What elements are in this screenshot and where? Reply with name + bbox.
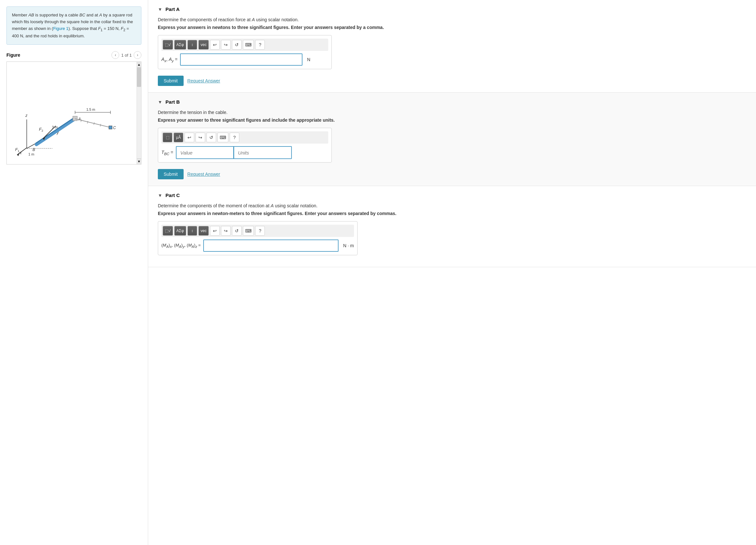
figure-counter: 1 of 1 [121, 53, 132, 58]
part-b-action-row: Submit Request Answer [158, 169, 746, 179]
figure-link[interactable]: Figure 1 [53, 26, 69, 31]
part-a-input-row: Ax, Ay = N [161, 53, 328, 66]
part-a-help-btn[interactable]: ? [255, 40, 265, 50]
part-c-input-row: (MA)x, (MA)y, (MA)z = N · m [161, 240, 354, 252]
part-b-value-units-row [176, 146, 292, 159]
left-panel: Member AB is supported by a cable BC and… [0, 0, 148, 545]
part-b-description: Determine the tension in the cable. [158, 110, 746, 115]
part-c-toolbar: ⬚√ AΣφ ↕ vec ↩ ↪ ↺ ⌨ ? [161, 225, 354, 237]
part-a-redo-btn[interactable]: ↪ [221, 40, 231, 50]
svg-text:1: 1 [18, 149, 19, 153]
part-a-arrowupdown-btn[interactable]: ↕ [187, 40, 197, 50]
part-c-unit: N · m [343, 243, 354, 248]
part-b-section: ▼ Part B Determine the tension in the ca… [148, 93, 756, 186]
svg-text:2: 2 [42, 129, 43, 132]
part-b-reset-btn[interactable]: ↺ [206, 133, 216, 142]
part-a-request-answer-btn[interactable]: Request Answer [187, 78, 220, 83]
part-c-redo-btn[interactable]: ↪ [221, 226, 231, 236]
part-c-reset-btn[interactable]: ↺ [232, 226, 242, 236]
svg-line-12 [75, 119, 110, 128]
part-a-undo-btn[interactable]: ↩ [210, 40, 220, 50]
part-b-title: Part B [166, 99, 180, 105]
figure-next-btn[interactable]: › [134, 51, 141, 59]
part-a-input-field[interactable] [180, 53, 302, 66]
part-b-redo-btn[interactable]: ↪ [196, 133, 205, 142]
figure-section: Figure ‹ 1 of 1 › z y x [6, 51, 141, 165]
part-a-title: Part A [166, 6, 180, 12]
right-panel: ▼ Part A Determine the components of rea… [148, 0, 756, 545]
figure-prev-btn[interactable]: ‹ [111, 51, 119, 59]
part-c-input-field[interactable] [203, 240, 339, 252]
svg-text:1 m: 1 m [28, 152, 34, 156]
part-c-section: ▼ Part C Determine the components of the… [148, 186, 756, 267]
svg-rect-10 [73, 116, 77, 121]
svg-text:z: z [25, 113, 28, 118]
figure-scrollbar[interactable]: ▲ ▼ [137, 62, 141, 164]
problem-description: Member AB is supported by a cable BC and… [6, 6, 141, 45]
part-c-help-btn[interactable]: ? [255, 226, 265, 236]
part-a-vec-btn[interactable]: vec [198, 40, 209, 50]
figure-nav: ‹ 1 of 1 › [111, 51, 141, 59]
part-b-instruction: Express your answer to three significant… [158, 118, 746, 123]
part-b-input-container: ⬚ μÅ ↩ ↪ ↺ ⌨ ? TBC = [158, 128, 332, 163]
part-c-greek-btn[interactable]: AΣφ [174, 226, 186, 236]
part-b-keyboard-btn[interactable]: ⌨ [217, 133, 228, 142]
part-c-vec-btn[interactable]: vec [198, 226, 209, 236]
part-a-header: ▼ Part A [158, 6, 746, 12]
part-a-unit: N [307, 57, 310, 62]
part-b-collapse-btn[interactable]: ▼ [158, 100, 162, 105]
part-b-label: TBC = [161, 150, 173, 156]
figure-image-container: z y x B 1 m A [6, 62, 141, 165]
part-b-muA-btn[interactable]: μÅ [174, 133, 183, 142]
part-a-reset-btn[interactable]: ↺ [232, 40, 242, 50]
part-c-title: Part C [166, 193, 180, 198]
part-a-keyboard-btn[interactable]: ⌨ [243, 40, 254, 50]
part-c-input-container: ⬚√ AΣφ ↕ vec ↩ ↪ ↺ ⌨ ? (MA)x, (MA)y, (MA… [158, 221, 358, 255]
part-b-help-btn[interactable]: ? [230, 133, 239, 142]
part-b-undo-btn[interactable]: ↩ [185, 133, 194, 142]
part-c-description: Determine the components of the moment o… [158, 203, 746, 208]
part-b-input-row: TBC = [161, 146, 328, 159]
part-a-description: Determine the components of reaction for… [158, 17, 746, 22]
part-a-toolbar: ⬚√ AΣφ ↕ vec ↩ ↪ ↺ ⌨ ? [161, 39, 328, 51]
part-a-submit-btn[interactable]: Submit [158, 76, 184, 86]
figure-scroll-down-btn[interactable]: ▼ [137, 158, 141, 164]
svg-text:1.5 m: 1.5 m [86, 108, 95, 111]
svg-rect-17 [109, 126, 112, 129]
part-a-input-container: ⬚√ AΣφ ↕ vec ↩ ↪ ↺ ⌨ ? Ax, Ay = N [158, 35, 332, 69]
part-c-header: ▼ Part C [158, 193, 746, 198]
part-b-value-input[interactable] [176, 146, 234, 159]
figure-svg-area: z y x B 1 m A [7, 62, 137, 164]
part-c-undo-btn[interactable]: ↩ [210, 226, 220, 236]
part-c-label: (MA)x, (MA)y, (MA)z = [161, 243, 201, 249]
svg-line-14 [87, 121, 88, 124]
figure-scroll-up-btn[interactable]: ▲ [137, 62, 141, 68]
part-c-arrowupdown-btn[interactable]: ↕ [187, 226, 197, 236]
part-a-greek-btn[interactable]: AΣφ [174, 40, 186, 50]
svg-line-13 [81, 120, 81, 122]
part-c-instruction: Express your answers in newton-meters to… [158, 211, 746, 216]
part-b-submit-btn[interactable]: Submit [158, 169, 184, 179]
part-c-keyboard-btn[interactable]: ⌨ [243, 226, 254, 236]
part-a-matrix-btn[interactable]: ⬚√ [163, 40, 173, 50]
part-c-collapse-btn[interactable]: ▼ [158, 193, 162, 198]
part-a-action-row: Submit Request Answer [158, 76, 746, 86]
figure-svg: z y x B 1 m A [11, 65, 133, 161]
svg-text:C: C [113, 126, 116, 130]
part-c-matrix-btn[interactable]: ⬚√ [163, 226, 173, 236]
part-b-request-answer-btn[interactable]: Request Answer [187, 172, 220, 177]
part-a-section: ▼ Part A Determine the components of rea… [148, 0, 756, 93]
part-a-collapse-btn[interactable]: ▼ [158, 7, 162, 12]
part-b-header: ▼ Part B [158, 99, 746, 105]
figure-title: Figure [6, 53, 20, 58]
part-b-toolbar: ⬚ μÅ ↩ ↪ ↺ ⌨ ? [161, 131, 328, 144]
figure-scrollbar-thumb[interactable] [137, 68, 141, 87]
svg-text:A: A [78, 117, 81, 121]
part-a-instruction: Express your answers in newtons to three… [158, 25, 746, 30]
part-a-label: Ax, Ay = [161, 57, 177, 63]
part-b-units-input[interactable] [234, 146, 292, 159]
svg-text:B: B [33, 148, 35, 152]
figure-header: Figure ‹ 1 of 1 › [6, 51, 141, 59]
part-b-matrix-btn[interactable]: ⬚ [163, 133, 172, 142]
